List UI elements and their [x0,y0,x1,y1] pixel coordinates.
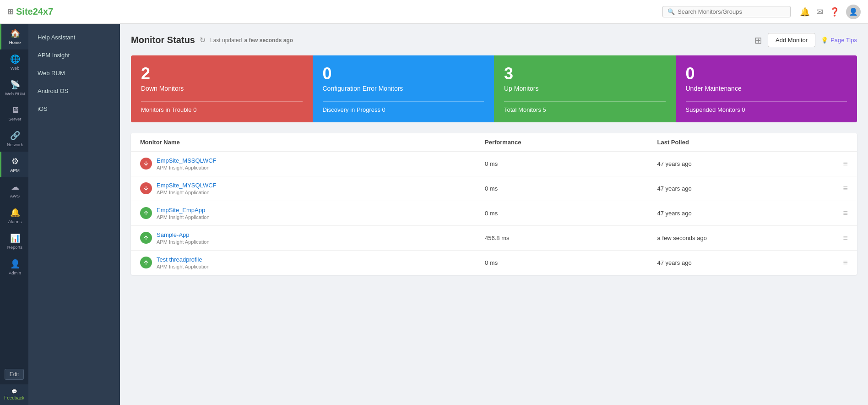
performance-value: 0 ms [485,259,657,266]
status-dot-up [140,207,152,219]
last-polled-value: a few seconds ago [657,235,830,241]
sidebar-label-alarms: Alarms [8,219,22,224]
sidebar-feedback[interactable]: 💬 Feedback [0,384,28,405]
sidebar-label-admin: Admin [9,270,21,275]
last-polled-value: 47 years ago [657,160,830,167]
apm-icon: ⚙ [11,156,19,166]
main-layout: 🏠 Home 🌐 Web 📡 Web RUM 🖥 Server 🔗 Networ… [0,24,868,405]
status-cards: 2 Down Monitors Monitors in Trouble 0 0 … [131,55,857,122]
nav-item-help-assistant[interactable]: Help Assistant [28,28,119,46]
grid-view-button[interactable]: ⊞ [754,35,762,46]
nav-item-web-rum[interactable]: Web RUM [28,64,119,82]
status-card-down[interactable]: 2 Down Monitors Monitors in Trouble 0 [131,55,313,122]
sidebar-label-web: Web [11,66,19,71]
status-dot-down [140,182,152,194]
status-card-maintenance[interactable]: 0 Under Maintenance Suspended Monitors 0 [676,55,857,122]
col-header-performance: Performance [485,139,657,146]
sidebar-label-reports: Reports [7,245,22,250]
alarms-icon: 🔔 [10,208,20,218]
monitor-name-link[interactable]: Sample-App [157,231,210,238]
monitor-name-link[interactable]: Test threadprofile [157,256,210,263]
logo[interactable]: ⊞ Site24x7 [7,6,53,17]
row-menu[interactable]: ≡ [830,208,848,218]
sidebar-item-web[interactable]: 🌐 Web [0,49,28,75]
help-icon[interactable]: ❓ [830,7,840,17]
monitor-name-cell: EmpSite_MSSQLWCF APM Insight Application [140,157,485,170]
sidebar-label-server: Server [9,116,22,121]
notifications-icon[interactable]: 🔔 [800,7,810,17]
add-monitor-button[interactable]: Add Monitor [768,33,815,47]
mail-icon[interactable]: ✉ [816,7,823,17]
sidebar: 🏠 Home 🌐 Web 📡 Web RUM 🖥 Server 🔗 Networ… [0,24,28,405]
avatar[interactable]: 👤 [846,5,861,19]
monitor-type: APM Insight Application [157,214,210,220]
sidebar-label-home: Home [9,40,21,45]
monitor-name-link[interactable]: EmpSite_MYSQLWCF [157,182,217,189]
up-monitors-label: Up Monitors [504,85,666,92]
row-menu[interactable]: ≡ [830,159,848,169]
sidebar-item-admin[interactable]: 👤 Admin [0,254,28,280]
page-title: Monitor Status [131,35,195,45]
lightbulb-icon: 💡 [821,37,828,44]
sidebar-label-aws: AWS [10,193,20,198]
status-dot-down [140,158,152,170]
performance-value: 456.8 ms [485,235,657,241]
discovery-in-progress: Discovery in Progress 0 [323,101,484,113]
sidebar-item-home[interactable]: 🏠 Home [0,24,28,49]
sidebar-label-webrum: Web RUM [5,91,25,96]
sidebar-item-aws[interactable]: ☁ AWS [0,177,28,203]
sidebar-item-reports[interactable]: 📊 Reports [0,229,28,254]
search-input[interactable] [678,8,786,15]
nav-panel: Help Assistant APM Insight Web RUM Andro… [28,24,120,405]
nav-item-ios[interactable]: iOS [28,100,119,118]
config-error-label: Configuration Error Monitors [323,85,484,92]
sidebar-item-apm[interactable]: ⚙ APM [0,152,28,177]
status-card-up[interactable]: 3 Up Monitors Total Monitors 5 [494,55,676,122]
page-tips-button[interactable]: 💡 Page Tips [821,37,857,44]
last-polled-value: 47 years ago [657,185,830,192]
sidebar-item-webrum[interactable]: 📡 Web RUM [0,75,28,101]
table-row: Test threadprofile APM Insight Applicati… [131,251,857,275]
table-row: Sample-App APM Insight Application 456.8… [131,226,857,251]
search-icon: 🔍 [667,8,675,15]
sidebar-edit-button[interactable]: Edit [5,369,24,380]
monitors-in-trouble: Monitors in Trouble 0 [141,101,303,113]
admin-icon: 👤 [10,259,20,269]
row-menu[interactable]: ≡ [830,233,848,243]
sidebar-label-apm: APM [10,168,20,173]
col-header-last-polled: Last Polled [657,139,830,146]
nav-item-android-os[interactable]: Android OS [28,82,119,100]
sidebar-item-server[interactable]: 🖥 Server [0,101,28,126]
refresh-bold: a few seconds ago [244,37,293,44]
page-header-left: Monitor Status ↻ Last updated a few seco… [131,35,293,45]
page-tips-label: Page Tips [830,37,857,44]
feedback-icon: 💬 [11,389,17,394]
grid-icon: ⊞ [7,7,13,16]
status-card-config-error[interactable]: 0 Configuration Error Monitors Discovery… [313,55,494,122]
monitor-name-link[interactable]: EmpSite_MSSQLWCF [157,157,217,164]
status-dot-up [140,257,152,268]
monitor-name-cell: EmpSite_EmpApp APM Insight Application [140,207,485,220]
home-icon: 🏠 [10,28,20,38]
row-menu[interactable]: ≡ [830,184,848,193]
logo-text: Site24x7 [16,6,53,17]
topbar-icons: 🔔 ✉ ❓ 👤 [800,5,861,19]
nav-item-apm-insight[interactable]: APM Insight [28,46,119,64]
webrum-icon: 📡 [10,80,20,90]
row-menu[interactable]: ≡ [830,258,848,268]
col-header-name: Monitor Name [140,139,485,146]
sidebar-item-network[interactable]: 🔗 Network [0,126,28,152]
performance-value: 0 ms [485,185,657,192]
config-error-number: 0 [323,65,484,83]
up-monitors-number: 3 [504,65,666,83]
total-monitors: Total Monitors 5 [504,101,666,113]
reports-icon: 📊 [10,233,20,243]
refresh-icon[interactable]: ↻ [200,36,206,44]
maintenance-number: 0 [686,65,847,83]
search-bar[interactable]: 🔍 [662,6,791,17]
performance-value: 0 ms [485,160,657,167]
last-polled-value: 47 years ago [657,210,830,217]
sidebar-item-alarms[interactable]: 🔔 Alarms [0,203,28,229]
monitor-name-link[interactable]: EmpSite_EmpApp [157,207,210,213]
table-header: Monitor Name Performance Last Polled [131,133,857,152]
